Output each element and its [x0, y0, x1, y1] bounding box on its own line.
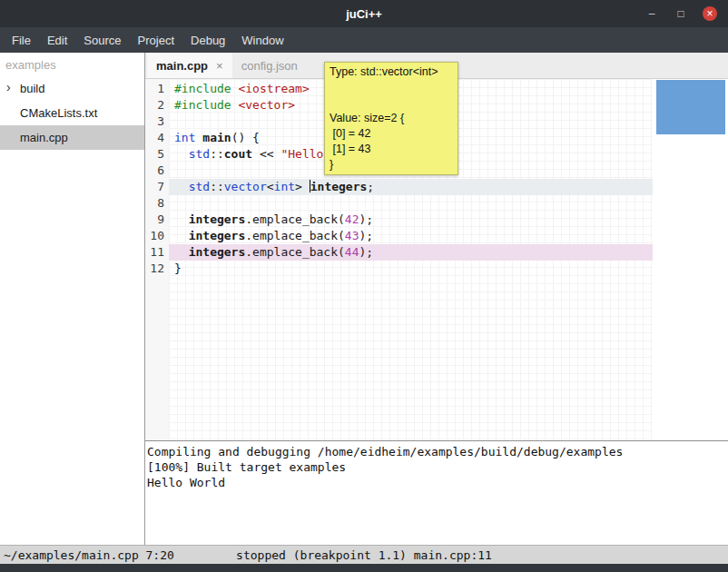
menu-bar: FileEditSourceProjectDebugWindow — [0, 27, 728, 53]
code-line-11[interactable]: integers.emplace_back(44); — [169, 244, 653, 261]
output-line: Hello World — [147, 475, 728, 490]
code-line-12[interactable]: } — [169, 261, 653, 277]
line-number[interactable]: 4 — [145, 130, 164, 146]
tooltip-line: } — [330, 157, 453, 173]
output-line: [100%] Built target examples — [147, 459, 728, 475]
tooltip-line — [330, 95, 453, 111]
output-line: Compiling and debugging /home/eidheim/ex… — [147, 444, 728, 459]
line-number[interactable]: 12 — [145, 261, 164, 277]
line-number[interactable]: 8 — [145, 195, 164, 212]
tooltip-line: [0] = 42 — [330, 126, 453, 142]
status-file-position: ~/examples/main.cpp 7:20 — [0, 548, 174, 562]
tooltip-line: Value: size=2 { — [330, 111, 453, 126]
menu-item-debug[interactable]: Debug — [182, 29, 233, 52]
code-line-10[interactable]: integers.emplace_back(43); — [169, 228, 653, 244]
code-line-9[interactable]: integers.emplace_back(42); — [169, 212, 653, 228]
tab-config-json[interactable]: config.json — [232, 53, 307, 78]
line-number[interactable]: 9 — [145, 212, 164, 228]
tree-item-build[interactable]: ›build — [0, 76, 144, 101]
tree-item-main-cpp[interactable]: main.cpp — [0, 125, 144, 150]
tree-item-cmakelists-txt[interactable]: CMakeLists.txt — [0, 101, 144, 125]
title-bar: juCi++ – □ × — [0, 0, 728, 27]
line-number[interactable]: 10 — [145, 228, 164, 244]
file-tree: ›buildCMakeLists.txtmain.cpp — [0, 76, 144, 150]
file-sidebar: examples ›buildCMakeLists.txtmain.cpp — [0, 53, 145, 545]
line-number[interactable]: 2 — [145, 97, 164, 113]
tooltip-line — [330, 80, 453, 95]
window-title: juCi++ — [0, 7, 728, 21]
line-number[interactable]: 3 — [145, 113, 164, 130]
status-bar: ~/examples/main.cpp 7:20 stopped (breakp… — [0, 545, 728, 564]
menu-item-window[interactable]: Window — [233, 29, 291, 52]
menu-item-project[interactable]: Project — [130, 29, 182, 52]
line-number[interactable]: 6 — [145, 163, 164, 179]
menu-item-source[interactable]: Source — [75, 29, 129, 52]
line-number[interactable]: 1 — [145, 81, 164, 97]
line-number[interactable]: 7 — [145, 179, 164, 195]
sidebar-header: examples — [0, 53, 144, 76]
tree-item-label: build — [20, 82, 44, 95]
tab-label: config.json — [241, 59, 298, 73]
code-line-8[interactable] — [169, 195, 653, 212]
minimize-button[interactable]: – — [644, 6, 659, 21]
line-number-gutter: 123456789101112 — [145, 79, 169, 440]
editor-right-margin — [653, 79, 728, 440]
line-number[interactable]: 5 — [145, 146, 164, 163]
line-number[interactable]: 11 — [145, 244, 164, 261]
output-panel: Compiling and debugging /home/eidheim/ex… — [145, 440, 728, 545]
main-body: examples ›buildCMakeLists.txtmain.cpp ma… — [0, 53, 728, 545]
tooltip-line: Type: std::vector<int> — [330, 64, 453, 80]
menu-item-file[interactable]: File — [4, 29, 39, 52]
chevron-right-icon[interactable]: › — [6, 80, 11, 94]
editor-pane: main.cpp×config.json 123456789101112 #in… — [145, 53, 728, 545]
tree-item-label: CMakeLists.txt — [20, 106, 97, 120]
maximize-button[interactable]: □ — [674, 6, 688, 21]
tree-item-label: main.cpp — [20, 131, 68, 144]
tab-close-icon[interactable]: × — [216, 59, 223, 73]
tab-main-cpp[interactable]: main.cpp× — [147, 53, 232, 78]
window-controls: – □ × — [644, 6, 728, 21]
tab-label: main.cpp — [156, 59, 208, 73]
app-window: juCi++ – □ × FileEditSourceProjectDebugW… — [0, 0, 728, 572]
menu-item-edit[interactable]: Edit — [39, 29, 75, 52]
window-resize-strip — [0, 564, 728, 572]
tooltip-line: [1] = 43 — [330, 142, 453, 157]
debug-value-tooltip: Type: std::vector<int>Value: size=2 { [0… — [324, 62, 458, 175]
scrollbar-overview[interactable] — [656, 80, 725, 134]
code-line-7[interactable]: std::vector<int> integers; — [169, 179, 653, 195]
close-button[interactable]: × — [703, 6, 717, 21]
